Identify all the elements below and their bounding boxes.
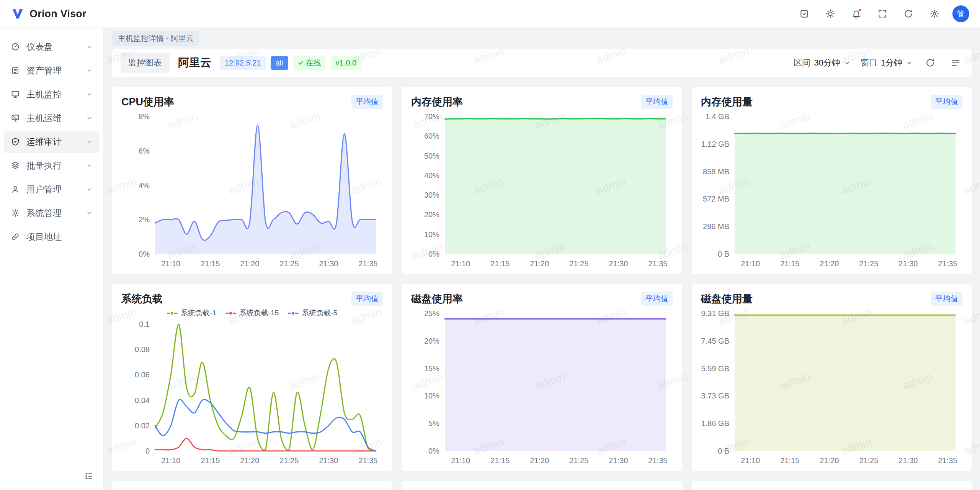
content-area: 主机监控详情 - 阿里云 监控图表 阿里云 12.92.5.21ali在线v1.…	[104, 28, 980, 490]
svg-text:0%: 0%	[428, 447, 439, 455]
svg-text:0%: 0%	[428, 250, 439, 258]
breadcrumb[interactable]: 主机监控详情 - 阿里云	[112, 31, 199, 46]
sidebar-item-system-mgmt[interactable]: 系统管理	[4, 202, 100, 224]
svg-text:0.02: 0.02	[135, 421, 150, 430]
svg-text:21:20: 21:20	[240, 259, 259, 268]
chart-title: 内存使用量	[701, 95, 753, 109]
legend-item[interactable]: 系统负载-1	[167, 308, 216, 318]
theme-icon[interactable]	[822, 6, 838, 22]
chart-canvas[interactable]: 0%10%20%30%40%50%60%70%21:1021:1521:2021…	[411, 110, 673, 270]
breadcrumb-bar: 主机监控详情 - 阿里云	[104, 28, 980, 49]
svg-text:21:15: 21:15	[201, 456, 220, 465]
brand: Orion Visor	[11, 7, 87, 21]
brand-name: Orion Visor	[29, 8, 87, 20]
svg-text:21:20: 21:20	[530, 456, 549, 465]
fullscreen-icon[interactable]	[874, 6, 890, 22]
sidebar-item-project-link[interactable]: 项目地址	[4, 226, 100, 248]
svg-text:5.59 GB: 5.59 GB	[701, 364, 729, 373]
svg-text:7.45 GB: 7.45 GB	[701, 337, 729, 345]
chevron-down-icon	[86, 162, 93, 169]
svg-text:21:15: 21:15	[780, 259, 799, 268]
svg-text:21:35: 21:35	[938, 259, 957, 268]
sidebar-item-dashboard[interactable]: 仪表盘	[4, 36, 100, 58]
host-tag: v1.0.0	[331, 56, 361, 70]
svg-text:21:35: 21:35	[358, 259, 377, 268]
monitor-icon	[11, 90, 20, 99]
collapse-sidebar-icon[interactable]	[81, 469, 96, 484]
settings-icon[interactable]	[926, 6, 942, 22]
chart-canvas[interactable]: 0 B286 MB572 MB858 MB1.12 GB1.4 GB21:102…	[701, 110, 962, 270]
sidebar-item-batch-exec[interactable]: 批量执行	[4, 154, 100, 177]
sidebar-item-label: 批量执行	[26, 160, 79, 172]
svg-text:25%: 25%	[424, 309, 439, 318]
legend-label: 系统负载-15	[239, 308, 279, 318]
svg-text:21:30: 21:30	[898, 456, 918, 465]
main-panel: 监控图表 阿里云 12.92.5.21ali在线v1.0.0 区间 30分钟 窗…	[104, 49, 980, 490]
svg-text:21:35: 21:35	[358, 456, 377, 465]
svg-text:21:25: 21:25	[569, 456, 588, 465]
chart-canvas[interactable]: 0%5%10%15%20%25%21:1021:1521:2021:2521:3…	[411, 307, 673, 467]
sidebar-item-host-monitor[interactable]: 主机监控	[4, 83, 100, 105]
host-header-left: 监控图表 阿里云 12.92.5.21ali在线v1.0.0	[121, 53, 361, 73]
svg-text:15%: 15%	[424, 364, 439, 373]
svg-text:21:10: 21:10	[161, 456, 180, 465]
svg-text:0 B: 0 B	[718, 447, 729, 455]
svg-text:0%: 0%	[139, 250, 150, 258]
sidebar-item-host-ops[interactable]: 主机运维	[4, 107, 100, 129]
chevron-down-icon	[86, 186, 93, 193]
svg-text:21:30: 21:30	[319, 259, 338, 268]
svg-text:858 MB: 858 MB	[703, 167, 729, 176]
svg-text:21:35: 21:35	[648, 456, 667, 465]
notifications-icon[interactable]	[848, 6, 864, 22]
chevron-down-icon	[86, 138, 93, 145]
chart-title: CPU使用率	[121, 95, 174, 109]
svg-text:30%: 30%	[424, 191, 439, 199]
sidebar-item-label: 资产管理	[26, 65, 79, 77]
svg-text:10%: 10%	[424, 230, 439, 239]
svg-text:3.73 GB: 3.73 GB	[701, 392, 729, 400]
svg-text:21:20: 21:20	[820, 259, 839, 268]
svg-text:21:25: 21:25	[279, 259, 299, 268]
sidebar: 仪表盘资产管理主机监控主机运维运维审计批量执行用户管理系统管理项目地址	[0, 28, 104, 490]
legend-item[interactable]: 系统负载-15	[225, 308, 279, 318]
host-tag: 在线	[293, 56, 326, 70]
chevron-down-icon	[86, 210, 93, 216]
sidebar-item-label: 主机监控	[26, 88, 79, 100]
refresh-charts-button[interactable]	[923, 55, 938, 70]
interval-select[interactable]: 区间 30分钟	[794, 57, 850, 69]
chart-canvas[interactable]: 00.020.040.060.080.121:1021:1521:2021:25…	[121, 318, 383, 467]
svg-text:21:10: 21:10	[451, 259, 470, 268]
svg-text:21:15: 21:15	[780, 456, 799, 465]
chart-card: 内存使用量 平均值 0 B286 MB572 MB858 MB1.12 GB1.…	[692, 87, 972, 274]
notification-dot	[858, 8, 862, 12]
svg-text:21:25: 21:25	[859, 259, 878, 268]
chart-layout-button[interactable]	[948, 55, 963, 70]
svg-text:1.86 GB: 1.86 GB	[701, 419, 729, 428]
host-header: 监控图表 阿里云 12.92.5.21ali在线v1.0.0 区间 30分钟 窗…	[112, 49, 972, 77]
svg-text:21:35: 21:35	[648, 259, 667, 268]
window-select[interactable]: 窗口 1分钟	[861, 57, 913, 69]
chart-canvas[interactable]: 0%2%4%6%8%21:1021:1521:2021:2521:3021:35	[121, 110, 383, 270]
chart-canvas[interactable]: 0 B1.86 GB3.73 GB5.59 GB7.45 GB9.31 GB21…	[701, 307, 962, 467]
sidebar-item-label: 用户管理	[26, 184, 79, 195]
sidebar-item-user-mgmt[interactable]: 用户管理	[4, 178, 100, 200]
average-badge: 平均值	[351, 292, 383, 306]
svg-text:60%: 60%	[424, 132, 439, 140]
svg-text:21:15: 21:15	[490, 456, 510, 465]
next-row-partial	[112, 481, 972, 490]
partial-card	[692, 481, 972, 490]
sidebar-item-assets[interactable]: 资产管理	[4, 59, 100, 82]
avatar[interactable]: 管	[952, 5, 969, 22]
shield-icon	[11, 137, 20, 146]
svg-text:20%: 20%	[424, 337, 439, 345]
sidebar-item-ops-audit[interactable]: 运维审计	[4, 131, 100, 153]
refresh-icon[interactable]	[900, 6, 916, 22]
apps-check-icon[interactable]	[796, 6, 812, 22]
monitor-chart-button[interactable]: 监控图表	[121, 53, 170, 73]
average-badge: 平均值	[641, 292, 673, 306]
chevron-down-icon	[86, 115, 93, 121]
legend-item[interactable]: 系统负载-5	[288, 308, 337, 318]
svg-text:21:30: 21:30	[609, 456, 628, 465]
chart-title: 磁盘使用率	[411, 292, 463, 306]
chart-grid: CPU使用率 平均值 0%2%4%6%8%21:1021:1521:2021:2…	[112, 87, 972, 471]
